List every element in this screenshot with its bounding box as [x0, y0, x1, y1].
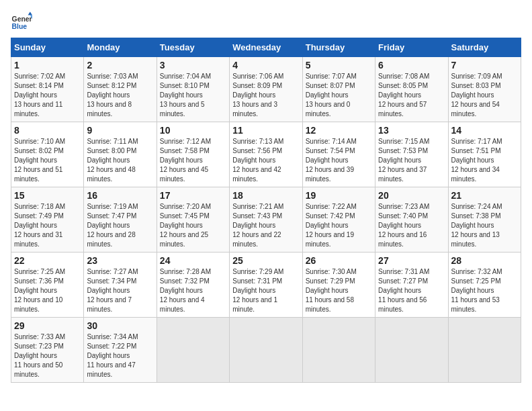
day-number: 28 — [451, 255, 518, 266]
day-info: Sunrise: 7:18 AM Sunset: 7:49 PM Dayligh… — [14, 202, 81, 249]
calendar-cell: 1 Sunrise: 7:02 AM Sunset: 8:14 PM Dayli… — [11, 57, 84, 122]
day-info: Sunrise: 7:11 AM Sunset: 8:00 PM Dayligh… — [87, 137, 153, 184]
day-info: Sunrise: 7:04 AM Sunset: 8:10 PM Dayligh… — [160, 72, 226, 119]
calendar-cell: 5 Sunrise: 7:07 AM Sunset: 8:07 PM Dayli… — [302, 57, 375, 122]
day-info: Sunrise: 7:12 AM Sunset: 7:58 PM Dayligh… — [160, 137, 226, 184]
header-tuesday: Tuesday — [157, 38, 229, 57]
calendar-week-row: 15 Sunrise: 7:18 AM Sunset: 7:49 PM Dayl… — [11, 187, 521, 253]
calendar-cell — [375, 318, 448, 383]
calendar-cell: 14 Sunrise: 7:17 AM Sunset: 7:51 PM Dayl… — [448, 122, 521, 187]
calendar-cell — [302, 318, 375, 383]
calendar-cell: 2 Sunrise: 7:03 AM Sunset: 8:12 PM Dayli… — [84, 57, 157, 122]
day-number: 8 — [14, 125, 81, 136]
calendar-table: Sunday Monday Tuesday Wednesday Thursday… — [11, 38, 521, 383]
day-number: 7 — [451, 60, 518, 71]
day-info: Sunrise: 7:07 AM Sunset: 8:07 PM Dayligh… — [306, 72, 372, 119]
calendar-cell: 4 Sunrise: 7:06 AM Sunset: 8:09 PM Dayli… — [230, 57, 302, 122]
calendar-cell: 17 Sunrise: 7:20 AM Sunset: 7:45 PM Dayl… — [157, 187, 229, 253]
calendar-cell: 29 Sunrise: 7:33 AM Sunset: 7:23 PM Dayl… — [11, 318, 84, 383]
day-info: Sunrise: 7:08 AM Sunset: 8:05 PM Dayligh… — [378, 72, 445, 119]
day-number: 24 — [160, 255, 226, 266]
calendar-cell: 9 Sunrise: 7:11 AM Sunset: 8:00 PM Dayli… — [84, 122, 157, 187]
day-number: 1 — [14, 60, 81, 71]
calendar-cell: 20 Sunrise: 7:23 AM Sunset: 7:40 PM Dayl… — [375, 187, 448, 253]
day-info: Sunrise: 7:20 AM Sunset: 7:45 PM Dayligh… — [160, 202, 226, 249]
calendar-week-row: 22 Sunrise: 7:25 AM Sunset: 7:36 PM Dayl… — [11, 253, 521, 318]
day-info: Sunrise: 7:15 AM Sunset: 7:53 PM Dayligh… — [378, 137, 445, 184]
day-info: Sunrise: 7:06 AM Sunset: 8:09 PM Dayligh… — [232, 72, 299, 119]
day-number: 22 — [14, 255, 81, 266]
calendar-cell: 30 Sunrise: 7:34 AM Sunset: 7:22 PM Dayl… — [84, 318, 157, 383]
day-info: Sunrise: 7:32 AM Sunset: 7:25 PM Dayligh… — [451, 267, 518, 314]
calendar-cell: 3 Sunrise: 7:04 AM Sunset: 8:10 PM Dayli… — [157, 57, 229, 122]
day-number: 18 — [232, 190, 299, 201]
header-wednesday: Wednesday — [230, 38, 302, 57]
svg-text:General: General — [12, 15, 32, 23]
calendar-cell: 26 Sunrise: 7:30 AM Sunset: 7:29 PM Dayl… — [302, 253, 375, 318]
day-number: 21 — [451, 190, 518, 201]
day-info: Sunrise: 7:03 AM Sunset: 8:12 PM Dayligh… — [87, 72, 153, 119]
calendar-week-row: 29 Sunrise: 7:33 AM Sunset: 7:23 PM Dayl… — [11, 318, 521, 383]
calendar-cell: 6 Sunrise: 7:08 AM Sunset: 8:05 PM Dayli… — [375, 57, 448, 122]
day-number: 20 — [378, 190, 445, 201]
day-number: 19 — [306, 190, 372, 201]
day-number: 2 — [87, 60, 153, 71]
weekday-header-row: Sunday Monday Tuesday Wednesday Thursday… — [11, 38, 521, 57]
calendar-cell: 12 Sunrise: 7:14 AM Sunset: 7:54 PM Dayl… — [302, 122, 375, 187]
calendar-cell: 10 Sunrise: 7:12 AM Sunset: 7:58 PM Dayl… — [157, 122, 229, 187]
calendar-cell: 18 Sunrise: 7:21 AM Sunset: 7:43 PM Dayl… — [230, 187, 302, 253]
page-header: General Blue — [11, 11, 521, 32]
day-info: Sunrise: 7:14 AM Sunset: 7:54 PM Dayligh… — [306, 137, 372, 184]
day-info: Sunrise: 7:09 AM Sunset: 8:03 PM Dayligh… — [451, 72, 518, 119]
day-info: Sunrise: 7:22 AM Sunset: 7:42 PM Dayligh… — [306, 202, 372, 249]
calendar-cell: 22 Sunrise: 7:25 AM Sunset: 7:36 PM Dayl… — [11, 253, 84, 318]
calendar-cell: 24 Sunrise: 7:28 AM Sunset: 7:32 PM Dayl… — [157, 253, 229, 318]
calendar-cell — [157, 318, 229, 383]
calendar-cell: 25 Sunrise: 7:29 AM Sunset: 7:31 PM Dayl… — [230, 253, 302, 318]
day-info: Sunrise: 7:25 AM Sunset: 7:36 PM Dayligh… — [14, 267, 81, 314]
day-number: 6 — [378, 60, 445, 71]
calendar-cell: 28 Sunrise: 7:32 AM Sunset: 7:25 PM Dayl… — [448, 253, 521, 318]
day-number: 3 — [160, 60, 226, 71]
header-friday: Friday — [375, 38, 448, 57]
day-info: Sunrise: 7:17 AM Sunset: 7:51 PM Dayligh… — [451, 137, 518, 184]
calendar-week-row: 8 Sunrise: 7:10 AM Sunset: 8:02 PM Dayli… — [11, 122, 521, 187]
day-info: Sunrise: 7:27 AM Sunset: 7:34 PM Dayligh… — [87, 267, 153, 314]
calendar-cell — [230, 318, 302, 383]
header-thursday: Thursday — [302, 38, 375, 57]
calendar-cell: 8 Sunrise: 7:10 AM Sunset: 8:02 PM Dayli… — [11, 122, 84, 187]
header-monday: Monday — [84, 38, 157, 57]
calendar-cell: 15 Sunrise: 7:18 AM Sunset: 7:49 PM Dayl… — [11, 187, 84, 253]
day-number: 15 — [14, 190, 81, 201]
day-info: Sunrise: 7:02 AM Sunset: 8:14 PM Dayligh… — [14, 72, 81, 119]
logo-icon: General Blue — [11, 11, 32, 32]
calendar-cell: 11 Sunrise: 7:13 AM Sunset: 7:56 PM Dayl… — [230, 122, 302, 187]
day-info: Sunrise: 7:19 AM Sunset: 7:47 PM Dayligh… — [87, 202, 153, 249]
calendar-cell: 16 Sunrise: 7:19 AM Sunset: 7:47 PM Dayl… — [84, 187, 157, 253]
day-info: Sunrise: 7:30 AM Sunset: 7:29 PM Dayligh… — [306, 267, 372, 314]
logo: General Blue — [11, 11, 32, 32]
day-number: 14 — [451, 125, 518, 136]
svg-marker-2 — [28, 12, 32, 15]
day-number: 5 — [306, 60, 372, 71]
calendar-cell: 23 Sunrise: 7:27 AM Sunset: 7:34 PM Dayl… — [84, 253, 157, 318]
calendar-cell: 13 Sunrise: 7:15 AM Sunset: 7:53 PM Dayl… — [375, 122, 448, 187]
day-number: 29 — [14, 320, 81, 331]
day-info: Sunrise: 7:13 AM Sunset: 7:56 PM Dayligh… — [232, 137, 299, 184]
day-number: 12 — [306, 125, 372, 136]
day-number: 26 — [306, 255, 372, 266]
header-sunday: Sunday — [11, 38, 84, 57]
svg-text:Blue: Blue — [12, 23, 28, 30]
day-number: 25 — [232, 255, 299, 266]
day-info: Sunrise: 7:29 AM Sunset: 7:31 PM Dayligh… — [232, 267, 299, 314]
day-info: Sunrise: 7:34 AM Sunset: 7:22 PM Dayligh… — [87, 332, 153, 379]
calendar-cell — [448, 318, 521, 383]
calendar-cell: 21 Sunrise: 7:24 AM Sunset: 7:38 PM Dayl… — [448, 187, 521, 253]
day-number: 27 — [378, 255, 445, 266]
day-number: 16 — [87, 190, 153, 201]
day-info: Sunrise: 7:21 AM Sunset: 7:43 PM Dayligh… — [232, 202, 299, 249]
calendar-cell: 27 Sunrise: 7:31 AM Sunset: 7:27 PM Dayl… — [375, 253, 448, 318]
day-info: Sunrise: 7:31 AM Sunset: 7:27 PM Dayligh… — [378, 267, 445, 314]
day-info: Sunrise: 7:23 AM Sunset: 7:40 PM Dayligh… — [378, 202, 445, 249]
day-number: 11 — [232, 125, 299, 136]
